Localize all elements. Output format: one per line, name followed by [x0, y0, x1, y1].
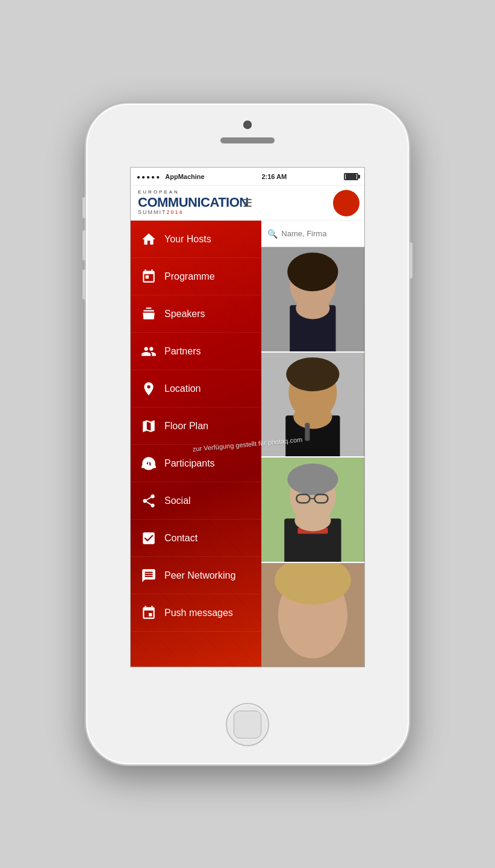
menu-label-contact: Contact [164, 533, 198, 544]
map-icon [139, 417, 158, 436]
location-pin-icon [139, 379, 158, 398]
menu-item-participants[interactable]: Participants [131, 445, 261, 482]
menu-label-your-hosts: Your Hosts [164, 234, 211, 245]
menu-item-peer-networking[interactable]: Peer Networking [131, 557, 261, 594]
svg-point-9 [293, 404, 332, 429]
host-photo-1[interactable] [261, 247, 364, 353]
app-content: Your Hosts Programme Speakers [131, 221, 364, 667]
push-message-icon [139, 603, 158, 623]
host-photo-2[interactable] [261, 353, 364, 458]
menu-item-floor-plan[interactable]: Floor Plan [131, 407, 261, 445]
menu-item-social[interactable]: Social [131, 482, 261, 520]
app-logo: EUROPEAN COMMUNICATION SUMMIT2014 [138, 190, 249, 216]
battery-indicator [344, 173, 358, 180]
svg-rect-10 [305, 423, 310, 441]
menu-label-participants: Participants [164, 458, 215, 469]
menu-label-peer-networking: Peer Networking [164, 570, 235, 581]
home-button[interactable] [226, 703, 269, 746]
host-photo-4[interactable] [261, 563, 364, 668]
svg-point-13 [287, 464, 338, 495]
menu-label-speakers: Speakers [164, 309, 205, 319]
menu-label-social: Social [164, 495, 191, 506]
logo-summit-text: SUMMIT2014 [138, 210, 249, 216]
carrier-name: AppMachine [165, 173, 204, 180]
right-panel: 🔍 [261, 221, 364, 667]
svg-point-4 [296, 297, 330, 319]
partners-icon [139, 342, 158, 361]
search-input[interactable] [281, 229, 358, 238]
menu-item-programme[interactable]: Programme [131, 258, 261, 295]
host-photo-3[interactable] [261, 458, 364, 563]
profile-avatar[interactable] [333, 190, 360, 216]
house-icon [139, 230, 158, 249]
menu-label-push-messages: Push messages [164, 608, 233, 618]
speaker [220, 137, 275, 143]
status-carrier: ●●●●● AppMachine [137, 173, 205, 180]
svg-point-2 [287, 253, 338, 291]
menu-label-programme: Programme [164, 271, 215, 282]
camera [243, 121, 252, 129]
podium-icon [139, 304, 158, 324]
status-bar: ●●●●● AppMachine 2:16 AM [131, 168, 364, 186]
photo-list [261, 247, 364, 667]
contact-check-icon [139, 529, 158, 548]
status-time: 2:16 AM [261, 173, 287, 180]
phone-screen: ●●●●● AppMachine 2:16 AM EUROPEAN COMMUN… [130, 167, 365, 667]
power-button [409, 242, 412, 278]
left-menu: Your Hosts Programme Speakers [131, 221, 261, 667]
calendar-icon [139, 267, 158, 286]
svg-point-19 [294, 509, 331, 531]
menu-item-your-hosts[interactable]: Your Hosts [131, 221, 261, 258]
logo-communication-text: COMMUNICATION [138, 195, 249, 210]
chat-icon [139, 566, 158, 585]
social-icon [139, 491, 158, 511]
menu-label-partners: Partners [164, 346, 201, 357]
participants-icon [139, 454, 158, 473]
menu-item-location[interactable]: Location [131, 370, 261, 407]
menu-label-location: Location [164, 383, 201, 394]
menu-item-speakers[interactable]: Speakers [131, 295, 261, 333]
search-bar: 🔍 [261, 221, 364, 247]
app-header: EUROPEAN COMMUNICATION SUMMIT2014 ☰ [131, 186, 364, 221]
menu-item-partners[interactable]: Partners [131, 333, 261, 370]
phone-frame: ●●●●● AppMachine 2:16 AM EUROPEAN COMMUN… [85, 102, 410, 766]
svg-point-7 [286, 357, 339, 391]
volume-down-button [82, 269, 86, 300]
menu-item-contact[interactable]: Contact [131, 520, 261, 557]
signal-dots: ●●●●● [137, 174, 161, 180]
hamburger-menu-icon[interactable]: ☰ [243, 197, 252, 210]
volume-up-button [82, 230, 86, 260]
home-button-inner [234, 711, 261, 738]
menu-item-push-messages[interactable]: Push messages [131, 594, 261, 632]
menu-label-floor-plan: Floor Plan [164, 421, 208, 432]
search-icon: 🔍 [267, 229, 278, 239]
silent-switch [82, 197, 86, 218]
